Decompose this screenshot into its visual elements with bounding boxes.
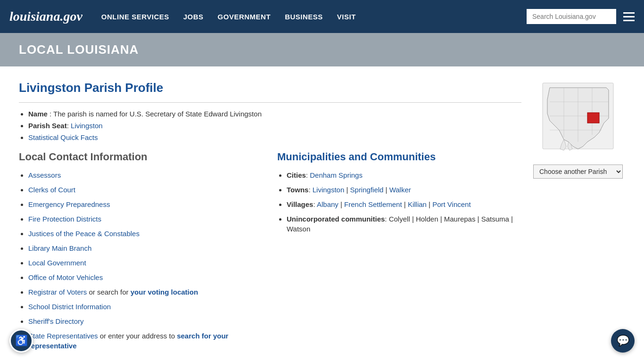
contact-list: Assessors Clerks of Court Emergency Prep… [19,170,263,351]
map-container [540,81,616,157]
parish-title: Livingston Parish Profile [19,81,521,95]
nav-jobs[interactable]: JOBS [183,13,204,21]
library-link[interactable]: Library Main Branch [28,244,91,252]
parish-seat-item: Parish Seat: Livingston [28,122,521,130]
parish-facts-link[interactable]: Statistical Quick Facts [28,133,98,141]
municipalities-col: Municipalities and Communities Cities: D… [277,151,521,355]
local-contact-col: Local Contact Information Assessors Cler… [19,151,263,355]
page-title-bar: LOCAL LOUISIANA [0,33,644,66]
fire-link[interactable]: Fire Protection Districts [28,215,101,223]
divider [19,102,521,103]
representatives-extra-text: or enter your address to [100,332,177,340]
voting-location-link[interactable]: your voting location [131,288,198,296]
towns-item: Towns: Livingston | Springfield | Walker [287,185,521,195]
nav-visit[interactable]: VISIT [337,13,356,21]
page-title: LOCAL LOUISIANA [19,42,625,57]
french-settlement-link[interactable]: French Settlement [344,200,402,208]
chat-icon: 💬 [617,335,629,347]
denham-springs-link[interactable]: Denham Springs [310,171,363,179]
separator: | [340,200,344,208]
site-logo[interactable]: louisiana.gov [9,9,83,24]
livingston-town-link[interactable]: Livingston [313,186,345,194]
parish-name-label: Name [28,110,48,118]
springfield-link[interactable]: Springfield [350,186,384,194]
louisiana-map [540,81,616,156]
list-item: Local Government [28,258,263,268]
list-item: Assessors [28,170,263,180]
svg-rect-7 [587,113,599,123]
nav-business[interactable]: BUSINESS [285,13,323,21]
separator: | [346,186,350,194]
main-content: Livingston Parish Profile Name : The par… [0,66,644,362]
assessors-link[interactable]: Assessors [28,171,61,179]
sheriff-link[interactable]: Sheriff's Directory [28,317,84,325]
chat-button[interactable]: 💬 [611,329,635,353]
hamburger-menu[interactable] [623,12,635,21]
hamburger-line-2 [623,16,635,17]
separator: | [386,186,389,194]
separator: | [404,200,408,208]
representatives-link[interactable]: State Representatives [28,332,98,340]
list-item: Fire Protection Districts [28,214,263,224]
two-col-section: Local Contact Information Assessors Cler… [19,151,521,355]
accessibility-icon: ♿ [15,335,28,347]
list-item: State Representatives or enter your addr… [28,331,263,351]
list-item: Office of Motor Vehicles [28,272,263,282]
hamburger-line-3 [623,20,635,21]
justices-link[interactable]: Justices of the Peace & Constables [28,230,140,238]
emergency-link[interactable]: Emergency Preparedness [28,200,110,208]
clerks-link[interactable]: Clerks of Court [28,186,75,194]
omv-link[interactable]: Office of Motor Vehicles [28,273,103,281]
port-vincent-link[interactable]: Port Vincent [432,200,471,208]
killian-link[interactable]: Killian [408,200,427,208]
main-nav: ONLINE SERVICES JOBS GOVERNMENT BUSINESS… [101,13,527,21]
parish-info-list: Name : The parish is named for U.S. Secr… [19,110,521,141]
unincorporated-item: Unincorporated communities: Colyell | Ho… [287,214,521,234]
towns-label: Towns [287,186,308,194]
list-item: School District Information [28,302,263,312]
albany-link[interactable]: Albany [317,200,339,208]
registrar-extra-text: or search for [89,288,130,296]
municipalities-list: Cities: Denham Springs Towns: Livingston… [277,170,521,234]
list-item: Library Main Branch [28,243,263,253]
local-contact-title: Local Contact Information [19,151,263,163]
accessibility-button[interactable]: ♿ [9,329,33,353]
villages-label: Villages [287,200,313,208]
parish-seat-link[interactable]: Livingston [71,122,103,130]
parish-select[interactable]: Choose another Parish Acadia Allen Ascen… [533,165,623,179]
list-item: Justices of the Peace & Constables [28,229,263,239]
site-header: louisiana.gov ONLINE SERVICES JOBS GOVER… [0,0,644,33]
content-left: Livingston Parish Profile Name : The par… [19,76,521,355]
municipalities-title: Municipalities and Communities [277,151,521,163]
unincorporated-label: Unincorporated communities [287,215,385,223]
registrar-link[interactable]: Registrar of Voters [28,288,87,296]
list-item: Emergency Preparedness [28,199,263,209]
search-box [527,9,616,24]
search-input[interactable] [527,9,616,24]
separator: | [429,200,432,208]
hamburger-line-1 [623,12,635,14]
school-link[interactable]: School District Information [28,303,111,311]
parish-facts-item: Statistical Quick Facts [28,133,521,141]
cities-item: Cities: Denham Springs [287,170,521,180]
walker-link[interactable]: Walker [389,186,411,194]
cities-label: Cities [287,171,306,179]
villages-item: Villages: Albany | French Settlement | K… [287,199,521,209]
list-item: Sheriff's Directory [28,316,263,326]
nav-government[interactable]: GOVERNMENT [218,13,271,21]
parish-name-item: Name : The parish is named for U.S. Secr… [28,110,521,118]
nav-online-services[interactable]: ONLINE SERVICES [101,13,169,21]
parish-seat-label: Parish Seat [28,122,67,130]
content-right: Choose another Parish Acadia Allen Ascen… [531,76,625,355]
list-item: Clerks of Court [28,185,263,195]
parish-name-text: : The parish is named for U.S. Secretary… [50,110,262,118]
local-gov-link[interactable]: Local Government [28,259,86,267]
list-item: Registrar of Voters or search for your v… [28,287,263,297]
